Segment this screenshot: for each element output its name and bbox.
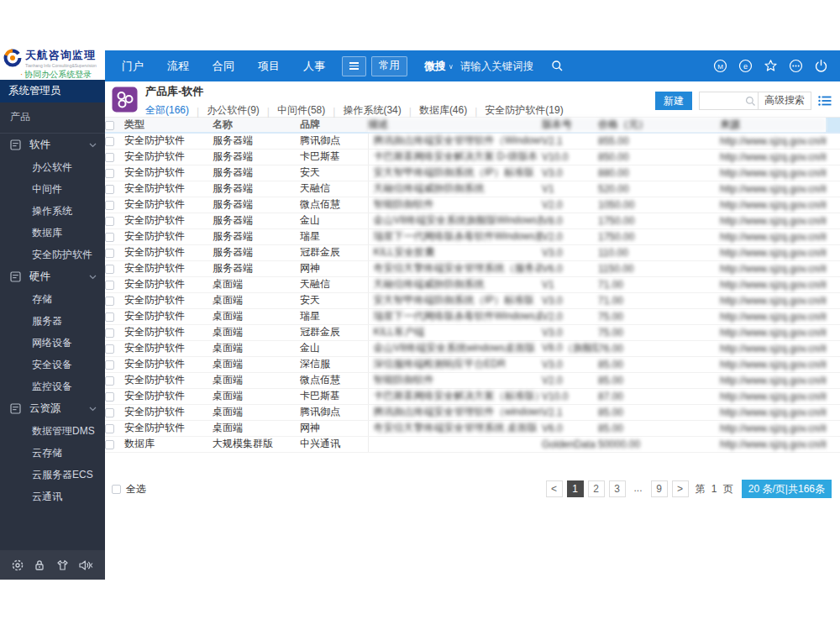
sidebar-item-2-2[interactable]: 云服务器ECS bbox=[0, 464, 105, 486]
column-header-1[interactable]: 名称 bbox=[213, 118, 300, 133]
row-checkbox[interactable] bbox=[105, 281, 114, 290]
row-checkbox[interactable] bbox=[105, 328, 114, 338]
row-checkbox[interactable] bbox=[105, 408, 114, 417]
row-checkbox[interactable] bbox=[105, 217, 114, 226]
row-checkbox[interactable] bbox=[105, 360, 114, 370]
theme-shirt-icon[interactable] bbox=[55, 559, 70, 572]
table-row[interactable]: 安全防护软件服务器端安天安天智甲终端防御系统（IP）标准版V3.0880.00h… bbox=[105, 165, 840, 181]
column-header-6[interactable]: 来源 bbox=[720, 118, 826, 133]
select-all-checkbox[interactable] bbox=[112, 485, 121, 494]
sidebar-group-1[interactable]: 硬件 bbox=[0, 265, 105, 288]
new-button[interactable]: 新建 bbox=[655, 92, 692, 110]
table-row[interactable]: 安全防护软件桌面端卡巴斯基卡巴斯基网络安全解决方案（标准版）- KESV10.0… bbox=[105, 388, 840, 404]
table-row[interactable]: 安全防护软件服务器端网神奇安信天擎终端安全管理系统（服务器版）V6.01150.… bbox=[105, 260, 840, 276]
table-row[interactable]: 安全防护软件桌面端腾讯御点腾讯御点终端安全管理软件（windows版）- V2.… bbox=[105, 404, 840, 420]
sidebar-item-2-0[interactable]: 数据管理DMS bbox=[0, 420, 105, 442]
table-row[interactable]: 安全防护软件服务器端天融信天融信终端威胁防御系统V1520.00http://w… bbox=[105, 181, 840, 197]
column-header-3[interactable]: 描述 bbox=[368, 118, 542, 133]
favorite-star-icon[interactable] bbox=[764, 59, 778, 73]
m-badge-icon[interactable]: M bbox=[713, 59, 727, 73]
table-row[interactable]: 数据库大规模集群版中兴通讯GoldenData v...50000.00http… bbox=[105, 436, 840, 452]
sidebar-item-1-3[interactable]: 安全设备 bbox=[0, 354, 105, 375]
micro-search-label[interactable]: 微搜 bbox=[424, 59, 446, 74]
table-row[interactable]: 安全防护软件桌面端深信服深信服终端检测响应平台EDRV3.085.00http:… bbox=[105, 356, 840, 372]
sidebar-item-0-2[interactable]: 操作系统 bbox=[0, 200, 105, 222]
keyword-search-input[interactable] bbox=[460, 60, 551, 72]
sidebar-group-0[interactable]: 软件 bbox=[0, 134, 105, 156]
row-checkbox[interactable] bbox=[105, 137, 114, 146]
table-row[interactable]: 安全防护软件桌面端安天安天智甲终端防御系统（IP）标准版V3.071.00htt… bbox=[105, 292, 840, 308]
table-row[interactable]: 安全防护软件服务器端瑞星瑞星下一代网络版杀毒软件Windows服务器V2.017… bbox=[105, 228, 840, 244]
more-ellipsis-icon[interactable] bbox=[789, 59, 803, 73]
page-size-button[interactable]: 20 条/页|共166条 bbox=[742, 480, 832, 498]
page-button-2[interactable]: 2 bbox=[588, 480, 605, 497]
lock-icon[interactable] bbox=[33, 559, 46, 572]
role-bar[interactable]: 系统管理员 bbox=[0, 80, 105, 102]
row-checkbox[interactable] bbox=[105, 392, 114, 402]
nav-item-1[interactable]: 流程 bbox=[155, 59, 201, 74]
column-header-0[interactable]: 类型 bbox=[124, 118, 213, 133]
table-row[interactable]: 安全防护软件服务器端冠群金辰KILL安全胶囊V3.0110.00http://w… bbox=[105, 244, 840, 260]
table-row[interactable]: 安全防护软件桌面端网神奇安信天擎终端安全管理系统 桌面版V6.085.00htt… bbox=[105, 420, 840, 436]
page-next-button[interactable]: > bbox=[672, 480, 689, 497]
row-checkbox[interactable] bbox=[105, 344, 114, 354]
nav-item-0[interactable]: 门户 bbox=[110, 59, 155, 74]
row-checkbox[interactable] bbox=[105, 153, 114, 162]
column-header-2[interactable]: 品牌 bbox=[300, 118, 368, 133]
search-icon[interactable] bbox=[551, 60, 564, 72]
sidebar-group-2[interactable]: 云资源 bbox=[0, 397, 105, 420]
row-checkbox[interactable] bbox=[105, 233, 114, 242]
sidebar-item-1-4[interactable]: 监控设备 bbox=[0, 375, 105, 397]
row-checkbox[interactable] bbox=[105, 376, 114, 386]
table-row[interactable]: 安全防护软件桌面端瑞星瑞星下一代网络版杀毒软件Windows桌面端V2.075.… bbox=[105, 308, 840, 324]
table-row[interactable]: 安全防护软件服务器端微点佰慧智能防御软件V2.01050.00http://ww… bbox=[105, 197, 840, 213]
table-row[interactable]: 安全防护软件桌面端金山金山V8终端安全系统windows桌面版V8.0（旗舰版）… bbox=[105, 340, 840, 356]
page-button-9[interactable]: 9 bbox=[651, 480, 668, 497]
sidebar-item-0-0[interactable]: 办公软件 bbox=[0, 156, 105, 178]
settings-gear-icon[interactable] bbox=[11, 559, 24, 572]
sidebar-item-2-1[interactable]: 云存储 bbox=[0, 442, 105, 464]
row-checkbox[interactable] bbox=[105, 169, 114, 178]
page-button-1[interactable]: 1 bbox=[567, 480, 584, 497]
table-row[interactable]: 安全防护软件服务器端金山金山V8终端安全系统旗舰版Windows服务器V8.01… bbox=[105, 213, 840, 228]
nav-item-common[interactable]: 常用 bbox=[371, 56, 407, 76]
nav-item-4[interactable]: 人事 bbox=[291, 59, 337, 74]
row-checkbox[interactable] bbox=[105, 440, 114, 449]
search-icon[interactable] bbox=[745, 96, 756, 107]
table-row[interactable]: 安全防护软件桌面端天融信天融信终端威胁防御系统V171.00http://www… bbox=[105, 276, 840, 292]
sidebar-item-1-1[interactable]: 服务器 bbox=[0, 310, 105, 332]
nav-item-2[interactable]: 合同 bbox=[201, 59, 246, 74]
row-checkbox[interactable] bbox=[105, 201, 114, 210]
table-search-input[interactable] bbox=[700, 92, 743, 109]
advanced-search-button[interactable]: 高级搜索 bbox=[758, 92, 811, 110]
column-header-4[interactable]: 版本号 bbox=[542, 118, 598, 133]
page-prev-button[interactable]: < bbox=[546, 480, 563, 497]
sound-speaker-icon[interactable] bbox=[78, 559, 94, 572]
row-checkbox[interactable] bbox=[105, 185, 114, 194]
nav-menu-button[interactable] bbox=[342, 56, 366, 76]
sidebar-item-1-0[interactable]: 存储 bbox=[0, 288, 105, 310]
sidebar-item-1-2[interactable]: 网络设备 bbox=[0, 332, 105, 354]
row-checkbox[interactable] bbox=[105, 424, 114, 433]
table-row[interactable]: 安全防护软件服务器端卡巴斯基卡巴斯基网络安全解决方案 D-级版本V10.0850… bbox=[105, 149, 840, 165]
e-badge-icon[interactable]: e bbox=[738, 59, 753, 73]
sidebar-item-0-4[interactable]: 安全防护软件 bbox=[0, 244, 105, 265]
page-button-3[interactable]: 3 bbox=[609, 480, 626, 497]
sidebar-item-0-3[interactable]: 数据库 bbox=[0, 222, 105, 244]
column-header-5[interactable]: 价格（元） bbox=[598, 118, 720, 133]
table-row[interactable]: 安全防护软件桌面端微点佰慧智能防御软件V2.085.00http://www.s… bbox=[105, 372, 840, 388]
row-checkbox[interactable] bbox=[105, 265, 114, 274]
table-row[interactable]: 安全防护软件桌面端冠群金辰KILL客户端V3.075.00http://www.… bbox=[105, 324, 840, 340]
nav-item-3[interactable]: 项目 bbox=[246, 59, 291, 74]
power-icon[interactable] bbox=[814, 59, 828, 73]
header-checkbox[interactable] bbox=[105, 121, 114, 130]
select-all[interactable]: 全选 bbox=[112, 482, 146, 496]
sidebar-item-2-3[interactable]: 云通讯 bbox=[0, 486, 105, 507]
oa-login-link[interactable]: ·协同办公系统登录 bbox=[20, 69, 105, 81]
sidebar-item-0-1[interactable]: 中间件 bbox=[0, 178, 105, 200]
row-checkbox[interactable] bbox=[105, 249, 114, 258]
list-view-icon[interactable] bbox=[818, 95, 832, 107]
row-checkbox[interactable] bbox=[105, 297, 114, 306]
table-row[interactable]: 安全防护软件服务器端腾讯御点腾讯御点终端安全管理软件（Windows版）V2.1… bbox=[105, 133, 840, 149]
row-checkbox[interactable] bbox=[105, 312, 114, 322]
